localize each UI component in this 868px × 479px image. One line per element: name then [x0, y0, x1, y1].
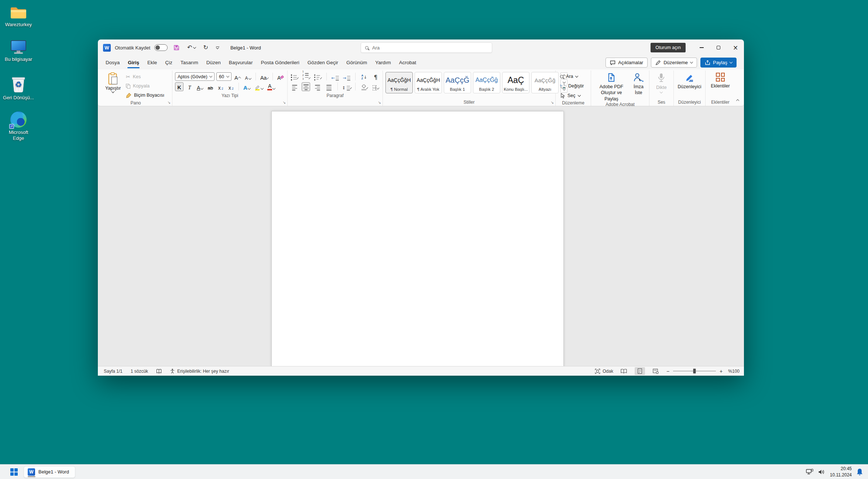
tab-duzen[interactable]: Düzen [202, 56, 225, 69]
speaker-icon[interactable] [818, 469, 825, 475]
share-button[interactable]: Paylaş [700, 58, 737, 68]
collapse-ribbon-button[interactable] [737, 97, 739, 103]
maximize-button[interactable] [710, 39, 727, 56]
request-signatures-button[interactable]: İmza İste [631, 72, 646, 96]
zoom-out-button[interactable]: − [666, 368, 669, 374]
search-input[interactable] [372, 45, 488, 51]
tab-giris[interactable]: Giriş [124, 56, 143, 69]
taskbar-clock[interactable]: 20:45 10.11.2024 [830, 466, 852, 478]
autosave-toggle[interactable] [154, 44, 168, 51]
proofing-button[interactable] [156, 369, 162, 374]
borders-button[interactable] [371, 82, 380, 91]
page-indicator[interactable]: Sayfa 1/1 [104, 369, 123, 374]
text-effects-button[interactable]: A [242, 82, 251, 91]
tab-posta-gonderileri[interactable]: Posta Gönderileri [257, 56, 303, 69]
save-button[interactable] [172, 43, 181, 52]
tab-ciz[interactable]: Çiz [161, 56, 176, 69]
focus-mode-button[interactable]: Odak [595, 369, 613, 374]
desktop-icon-warezturkey[interactable]: Warezturkey [1, 5, 35, 28]
desktop-icon-recycle-bin[interactable]: ♻ Geri Dönüşü... [1, 75, 35, 101]
web-layout-button[interactable] [651, 367, 661, 375]
desktop-icon-microsoft-edge[interactable]: ↗ Microsoft Edge [1, 111, 35, 142]
print-layout-button[interactable] [635, 367, 645, 375]
addins-button[interactable]: Eklentiler [708, 72, 733, 89]
style-title[interactable]: AaÇ Konu Başlı... [502, 72, 529, 93]
sort-button[interactable]: AZ ↓ [360, 72, 368, 81]
subscript-button[interactable]: x2 [216, 82, 225, 91]
editor-button[interactable]: Düzenleyici [675, 72, 704, 90]
notification-bell-icon[interactable] [857, 468, 863, 475]
tab-dosya[interactable]: Dosya [102, 56, 124, 69]
bold-button[interactable]: K [175, 82, 183, 91]
select-button[interactable]: Seç [558, 91, 588, 100]
tab-gozden-gecir[interactable]: Gözden Geçir [303, 56, 342, 69]
zoom-in-button[interactable]: + [720, 368, 723, 374]
style-normal[interactable]: AaÇçĞğH ¶ Normal [385, 72, 413, 93]
read-mode-button[interactable] [619, 367, 629, 375]
bullets-button[interactable] [290, 72, 299, 81]
tab-ekle[interactable]: Ekle [143, 56, 161, 69]
line-spacing-button[interactable]: ↕ [342, 82, 351, 91]
zoom-slider-thumb[interactable] [693, 369, 696, 373]
format-painter-button[interactable]: Biçim Boyacısı [124, 91, 166, 100]
zoom-slider[interactable] [673, 371, 716, 371]
find-button[interactable]: Ara [558, 72, 588, 81]
tab-tasarim[interactable]: Tasarım [176, 56, 202, 69]
create-pdf-button[interactable]: Adobe PDF Oluştur ve Paylaş [594, 72, 629, 102]
close-button[interactable]: × [727, 39, 744, 56]
align-left-button[interactable] [290, 82, 299, 91]
tab-basvurular[interactable]: Başvurular [225, 56, 257, 69]
style-heading2[interactable]: AaÇçĞğ Başlık 2 [473, 72, 500, 93]
dialog-launcher-icon[interactable]: ↘ [378, 101, 381, 104]
superscript-button[interactable]: x2 [227, 82, 235, 91]
accessibility-status[interactable]: Erişilebilirlik: Her şey hazır [170, 368, 229, 374]
font-size-combobox[interactable]: 60 [216, 72, 231, 81]
dialog-launcher-icon[interactable]: ↘ [551, 101, 554, 104]
sign-in-badge[interactable]: Oturum açın [651, 43, 686, 52]
font-family-combobox[interactable]: Aptos (Gövde) [175, 72, 215, 81]
comments-button[interactable]: Açıklamalar [605, 58, 648, 68]
dictate-button[interactable]: Dikte [653, 72, 669, 93]
document-page[interactable] [271, 111, 564, 366]
editing-mode-button[interactable]: Düzenleme [651, 58, 697, 68]
search-box[interactable] [361, 42, 492, 53]
undo-button[interactable]: ↶ [185, 43, 197, 52]
show-paragraph-marks-button[interactable]: ¶ [371, 72, 380, 81]
paste-button[interactable]: Yapıştır [102, 72, 124, 93]
zoom-level[interactable]: %100 [728, 369, 740, 374]
style-subtitle[interactable]: AaÇçĞğ Altyazı [531, 72, 559, 93]
tab-gorunum[interactable]: Görünüm [342, 56, 371, 69]
justify-button[interactable] [325, 82, 333, 91]
clear-formatting-button[interactable]: A [276, 72, 285, 81]
minimize-button[interactable] [693, 39, 710, 56]
change-case-button[interactable]: Aa [259, 72, 269, 81]
replace-button[interactable]: b c Değiştir [558, 82, 588, 90]
shading-button[interactable] [360, 82, 368, 91]
align-right-button[interactable] [313, 82, 322, 91]
shrink-font-button[interactable]: A [244, 72, 252, 81]
style-no-spacing[interactable]: AaÇçĞğH ¶ Aralık Yok [415, 72, 442, 93]
copy-button[interactable]: Kopyala [124, 82, 166, 90]
numbering-button[interactable]: 123 [302, 72, 311, 81]
start-button[interactable] [10, 468, 18, 476]
decrease-indent-button[interactable]: ← [331, 72, 339, 81]
redo-button[interactable]: ↻ [202, 43, 210, 52]
cut-button[interactable]: ✂ Kes [124, 72, 166, 81]
underline-button[interactable]: A [196, 82, 204, 91]
dialog-launcher-icon[interactable]: ↘ [168, 101, 171, 104]
dialog-launcher-icon[interactable]: ↘ [283, 101, 286, 104]
strikethrough-button[interactable]: ab [206, 82, 215, 91]
text-highlight-button[interactable] [253, 82, 264, 91]
desktop-icon-this-pc[interactable]: Bu bilgisayar [1, 39, 35, 62]
italic-button[interactable]: T [185, 82, 194, 91]
tab-yardim[interactable]: Yardım [371, 56, 395, 69]
multilevel-list-button[interactable] [313, 72, 322, 81]
tab-acrobat[interactable]: Acrobat [395, 56, 421, 69]
taskbar-word-task[interactable]: W Belge1 - Word [24, 466, 75, 478]
customize-quick-access-button[interactable] [214, 45, 221, 51]
align-center-button[interactable] [302, 82, 310, 91]
word-count[interactable]: 1 sözcük [131, 369, 148, 374]
grow-font-button[interactable]: A [233, 72, 242, 81]
font-color-button[interactable]: A [266, 82, 276, 91]
increase-indent-button[interactable]: → [342, 72, 351, 81]
